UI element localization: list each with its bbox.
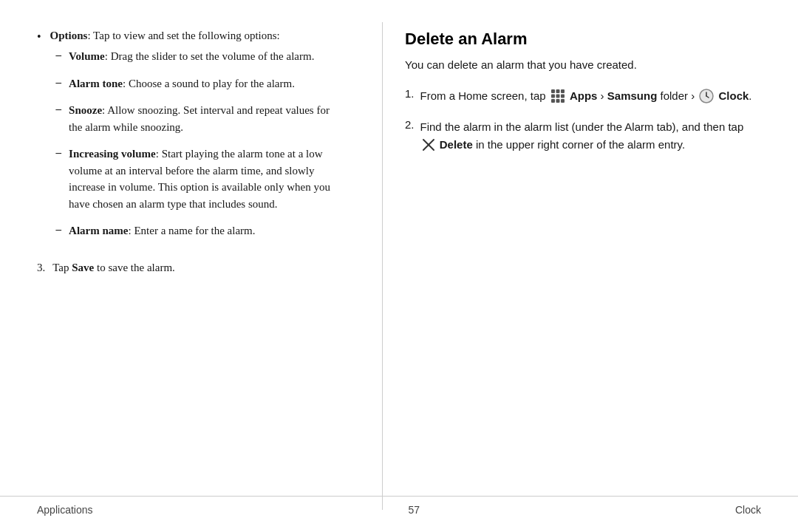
step-3-tap: Tap	[52, 262, 72, 273]
bullet-dot: •	[37, 30, 41, 44]
apps-icon	[550, 89, 565, 103]
step-3-suffix: to save the alarm.	[94, 262, 175, 273]
footer: Applications 57 Clock	[0, 496, 798, 516]
alarm-tone-text: : Choose a sound to play for the alarm.	[123, 78, 295, 89]
right-step-2-number: 2.	[405, 118, 415, 131]
delete-label: Delete	[440, 138, 473, 151]
svg-rect-5	[561, 95, 565, 98]
sub-list: – Volume: Drag the slider to set the vol…	[56, 48, 345, 239]
sub-item-volume: – Volume: Drag the slider to set the vol…	[56, 48, 345, 65]
svg-rect-3	[551, 95, 555, 98]
alarm-name-bold: Alarm name	[69, 225, 128, 236]
footer-page-number: 57	[408, 504, 420, 516]
snooze-text: : Allow snoozing. Set interval and repea…	[69, 104, 330, 133]
alarm-name-text: : Enter a name for the alarm.	[129, 225, 256, 236]
column-divider	[382, 22, 383, 510]
svg-rect-7	[556, 99, 559, 103]
right-column: Delete an Alarm You can delete an alarm …	[390, 22, 761, 510]
increasing-volume-bold: Increasing volume	[69, 148, 156, 160]
sub-item-snooze: – Snooze: Allow snoozing. Set interval a…	[56, 102, 345, 135]
alarm-tone-bold: Alarm tone	[69, 78, 123, 89]
dash-increasing-volume: –	[56, 146, 62, 159]
footer-right: Clock	[735, 504, 761, 516]
footer-left: Applications	[37, 504, 93, 516]
clock-icon	[699, 89, 714, 103]
right-step-2: 2. Find the alarm in the alarm list (und…	[405, 118, 761, 154]
options-suffix: : Tap to view and set the following opti…	[87, 30, 279, 41]
sub-item-alarm-name: – Alarm name: Enter a name for the alarm…	[56, 222, 345, 239]
snooze-bold: Snooze	[69, 104, 102, 116]
volume-content: Volume: Drag the slider to set the volum…	[69, 48, 314, 65]
dash-volume: –	[56, 49, 62, 61]
step-3: 3. Tap Save to save the alarm.	[37, 262, 345, 274]
apps-label: Apps	[570, 89, 598, 102]
page-container: • Options: Tap to view and set the follo…	[0, 0, 798, 532]
step-3-number: 3.	[37, 262, 45, 274]
increasing-volume-content: Increasing volume: Start playing the ala…	[69, 146, 345, 212]
right-step-1: 1. From a Home screen, tap	[405, 87, 761, 105]
sub-item-alarm-tone: – Alarm tone: Choose a sound to play for…	[56, 75, 345, 92]
sub-item-increasing-volume: – Increasing volume: Start playing the a…	[56, 146, 345, 212]
x-delete-icon	[422, 138, 435, 151]
dash-snooze: –	[56, 103, 62, 115]
clock-label: Clock	[719, 89, 749, 102]
options-bold: Options	[50, 30, 88, 41]
svg-rect-4	[556, 95, 559, 98]
options-text: Options: Tap to view and set the followi…	[50, 30, 345, 250]
step-3-content: Tap Save to save the alarm.	[52, 262, 175, 274]
svg-rect-2	[561, 89, 565, 93]
alarm-name-content: Alarm name: Enter a name for the alarm.	[69, 222, 255, 239]
samsung-label: Samsung	[607, 89, 658, 102]
left-column: • Options: Tap to view and set the follo…	[37, 22, 375, 510]
volume-bold: Volume	[69, 50, 105, 62]
section-title: Delete an Alarm	[405, 30, 761, 49]
right-step-1-number: 1.	[405, 87, 415, 100]
dash-alarm-name: –	[56, 223, 62, 236]
svg-rect-0	[551, 89, 555, 93]
volume-text: : Drag the slider to set the volume of t…	[105, 50, 315, 62]
section-intro: You can delete an alarm that you have cr…	[405, 56, 761, 74]
step-3-save-bold: Save	[72, 262, 94, 273]
right-step-1-content: From a Home screen, tap Apps ›	[420, 87, 752, 105]
alarm-tone-content: Alarm tone: Choose a sound to play for t…	[69, 75, 295, 92]
snooze-content: Snooze: Allow snoozing. Set interval and…	[69, 102, 345, 135]
dash-alarm-tone: –	[56, 76, 62, 89]
options-bullet-item: • Options: Tap to view and set the follo…	[37, 30, 345, 250]
right-step-2-content: Find the alarm in the alarm list (under …	[420, 118, 761, 154]
svg-rect-1	[556, 89, 559, 93]
svg-rect-8	[561, 99, 565, 103]
svg-rect-6	[551, 99, 555, 103]
